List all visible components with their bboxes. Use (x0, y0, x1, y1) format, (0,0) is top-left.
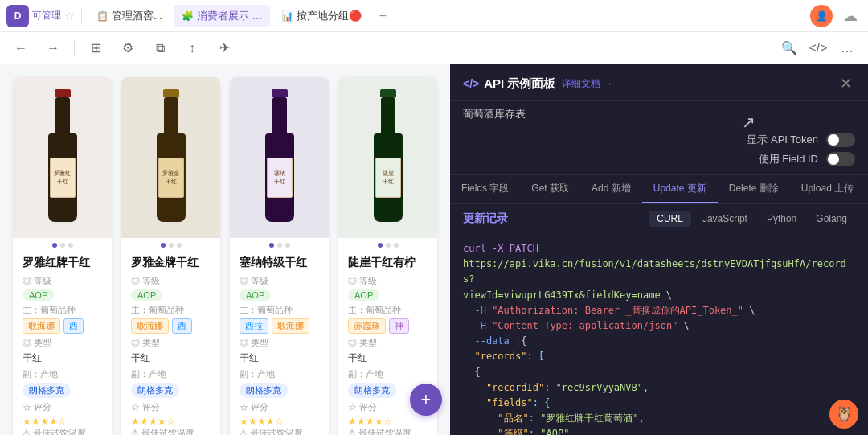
tab-fields[interactable]: Fields 字段 (450, 175, 520, 203)
bottle-cap-2 (163, 89, 179, 97)
use-field-id-toggle[interactable] (826, 152, 855, 166)
bottle-neck-1 (55, 97, 70, 133)
tab-update[interactable]: Update 更新 (642, 175, 718, 203)
code-line-7: "records": [ (463, 349, 855, 364)
type-row-3: ◎ 类型 (240, 337, 319, 349)
temp-row-2: ⚠ 最佳试饮温度 (131, 427, 211, 435)
bottle-body-1: 罗雅红干红 (48, 133, 77, 222)
aop-badge-3: AOP (240, 289, 271, 301)
rating-row-1: ☆ 评分 (23, 401, 102, 413)
nav-right-area: 👤 ☁ (810, 5, 862, 27)
add-record-fab[interactable]: + (410, 384, 442, 416)
code-section-title: 更新记录 (463, 211, 508, 226)
api-panel-close-button[interactable]: ✕ (836, 74, 855, 93)
manageable-label[interactable]: 可管理 (32, 9, 61, 23)
code-block[interactable]: curl -X PATCH https://api.vika.cn/fusion… (450, 233, 868, 435)
grade-label-3: ◎ 等级 (240, 275, 268, 287)
grade-label-1: ◎ 等级 (23, 275, 51, 287)
grade-row-2: ◎ 等级 (131, 275, 211, 287)
card-body-3: 塞纳特级干红 ◎ 等级 AOP 主：葡萄品种 西拉 歌海娜 (230, 249, 329, 435)
rating-label-1: ☆ 评分 (23, 401, 51, 413)
card-body-2: 罗雅金牌干红 ◎ 等级 AOP 主：葡萄品种 歌海娜 西 (121, 249, 220, 435)
type-val-row-4: 干红 (348, 351, 428, 365)
code-line-1: curl -X PATCH (463, 241, 855, 256)
more-button[interactable]: … (836, 37, 858, 60)
lang-tab-curl[interactable]: CURL (649, 211, 691, 227)
code-button[interactable]: </> (807, 37, 829, 60)
temp-row-4: ⚠ 最佳试饮温度 (348, 427, 428, 435)
forward-button[interactable]: → (42, 37, 64, 60)
code-line-12: "等级": "AOP", (463, 426, 855, 435)
dot-1-2 (60, 243, 65, 248)
tab-add[interactable]: Add 新增 (580, 175, 642, 203)
star-icon[interactable]: ☆ (64, 10, 75, 23)
origin-badge-1: 朗格多克 (23, 383, 71, 398)
rating-label-3: ☆ 评分 (240, 401, 268, 413)
dot-2-2 (169, 243, 174, 248)
wine-bottle-1: 罗雅红干红 (39, 89, 87, 226)
grade-label-4: ◎ 等级 (348, 275, 377, 287)
main-content: 罗雅红干红 罗雅红牌干红 ◎ 等级 AOP (0, 64, 868, 435)
api-toggles-area: 显示 API Token 使用 Field ID (450, 128, 868, 175)
settings-button[interactable]: ⚙ (117, 37, 139, 60)
tab-consumer-display[interactable]: 🧩 消费者展示 … (174, 5, 271, 27)
lang-tab-python[interactable]: Python (759, 211, 805, 227)
tag-4-2: 神 (389, 318, 409, 334)
tab-upload[interactable]: Upload 上传 (790, 175, 865, 203)
show-api-token-toggle[interactable] (826, 133, 855, 147)
user-avatar[interactable]: 👤 (810, 5, 833, 27)
lang-tab-golang[interactable]: Golang (808, 211, 855, 227)
type-row-4: ◎ 类型 (348, 337, 428, 349)
wine-bottle-4: 陡崖干红 (364, 89, 412, 226)
app-logo: D (6, 5, 29, 27)
variety-tags-2: 歌海娜 西 (131, 318, 211, 334)
stars-3: ★★★★☆ (240, 416, 319, 427)
dot-3-2 (277, 243, 282, 248)
variety-label-row-3: 主：葡萄品种 (240, 304, 319, 316)
variety-label-row-1: 主：葡萄品种 (23, 304, 102, 316)
variety-label-4: 主：葡萄品种 (348, 304, 401, 316)
tab-get[interactable]: Get 获取 (520, 175, 580, 203)
code-line-10: "fields": { (463, 396, 855, 411)
tag-3-1: 西拉 (240, 318, 268, 334)
stars-4: ★★★★☆ (348, 416, 428, 427)
card-dots-2 (121, 238, 220, 249)
card-dots-4 (338, 238, 437, 249)
variety-label-row-2: 主：葡萄品种 (131, 304, 211, 316)
temp-label-4: ⚠ 最佳试饮温度 (348, 427, 411, 435)
variety-tags-3: 西拉 歌海娜 (240, 318, 319, 334)
wine-card-4: 陡崖干红 陡崖干红有柠 ◎ 等级 AOP (338, 77, 437, 435)
sort-button[interactable]: ↕ (181, 37, 203, 60)
show-api-token-row: 显示 API Token (463, 133, 855, 147)
card-title-2: 罗雅金牌干红 (131, 256, 211, 270)
api-panel-header: </> API 示例面板 详细文档 → ↗ ✕ (450, 64, 868, 101)
back-button[interactable]: ← (10, 37, 32, 60)
tab-delete[interactable]: Delete 删除 (718, 175, 790, 203)
add-view-button[interactable]: + (373, 6, 392, 26)
type-val-row-1: 干红 (23, 351, 102, 365)
type-value-1: 干红 (23, 351, 42, 365)
tag-1-2: 西 (63, 318, 84, 334)
type-label-4: ◎ 类型 (348, 337, 377, 349)
grid-view-button[interactable]: ⊞ (84, 37, 107, 60)
code-section-header: 更新记录 CURL JavaScript Python Golang (450, 204, 868, 233)
share-button[interactable]: ✈ (213, 37, 235, 60)
variety-tags-1: 歌海娜 西 (23, 318, 102, 334)
wine-card-2: 罗雅金干红 罗雅金牌干红 ◎ 等级 AOP (121, 77, 220, 435)
badge-row-3: AOP (240, 289, 319, 301)
rating-row-2: ☆ 评分 (131, 401, 211, 413)
search-button[interactable]: 🔍 (778, 37, 800, 60)
sync-icon[interactable]: ☁ (839, 5, 862, 27)
origin-row-1: 副：产地 (23, 368, 102, 380)
aop-badge-2: AOP (131, 289, 162, 301)
api-docs-link[interactable]: 详细文档 → (562, 77, 612, 91)
type-val-row-2: 干红 (131, 351, 211, 365)
tab-by-origin[interactable]: 📊 按产地分组🔴 (273, 5, 370, 27)
filter-button[interactable]: ⧉ (149, 37, 171, 60)
tab-manage-cellar[interactable]: 📋 管理酒窖... (88, 5, 170, 27)
dot-4-2 (386, 243, 391, 248)
bottle-cap-4 (380, 89, 396, 97)
bottle-neck-4 (381, 97, 395, 133)
lang-tab-javascript[interactable]: JavaScript (694, 211, 755, 227)
code-line-2: https://api.vika.cn/fusion/v1/datasheets… (463, 256, 855, 287)
